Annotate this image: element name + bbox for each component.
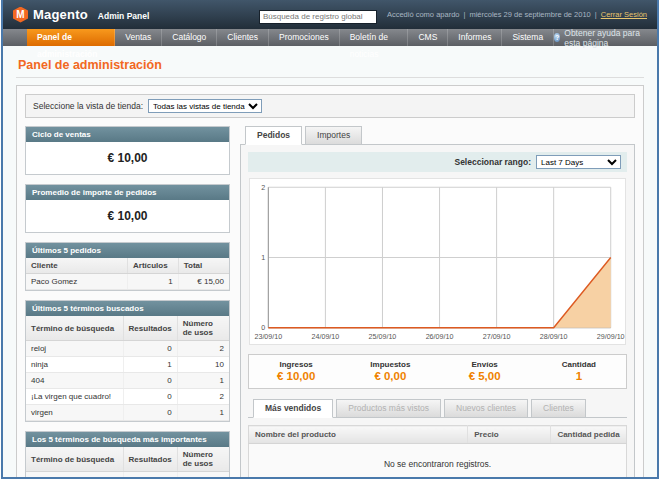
store-view-switcher: Seleccione la vista de tienda: Todas las…: [25, 94, 635, 118]
stat-quantity: Cantidad 1: [532, 360, 626, 382]
cell-term: ¡La virgen que cuadro!: [26, 389, 123, 405]
tab-new-customers[interactable]: Nuevos clientes: [444, 399, 528, 418]
global-search-input[interactable]: [259, 10, 377, 24]
cell-uses: 2: [177, 341, 229, 357]
col-header: Número de usos: [177, 447, 229, 472]
nav-item-customers[interactable]: Clientes: [217, 29, 269, 46]
col-header: Término de búsqueda: [26, 316, 123, 341]
brand-subtitle: Admin Panel: [98, 11, 149, 21]
content-area: Panel de administración Seleccione la vi…: [3, 46, 657, 479]
stat-label: Ingresos: [249, 360, 343, 369]
brand-name: Magento: [33, 7, 88, 22]
diagram-panel: Seleccionar rango: Last 7 Days 01223/09/…: [240, 145, 635, 479]
last-search-terms-title: Últimos 5 términos buscados: [26, 301, 229, 316]
nav-item-promotions[interactable]: Promociones: [269, 29, 340, 46]
stat-value: € 10,00: [249, 370, 343, 382]
stat-revenue: Ingresos € 10,00: [249, 360, 343, 382]
store-view-select[interactable]: Todas las vistas de tienda: [148, 99, 262, 113]
session-info: Accedió como apardo | miércoles 29 de se…: [387, 10, 647, 19]
stat-label: Envíos: [438, 360, 532, 369]
empty-records-message: No se encontraron registros.: [249, 444, 627, 479]
nav-item-reports[interactable]: Informes: [448, 29, 502, 46]
nav-item-catalog[interactable]: Catálogo: [162, 29, 217, 46]
nav-item-dashboard[interactable]: Panel de administración: [27, 29, 115, 46]
tab-amounts[interactable]: Importes: [305, 126, 362, 145]
svg-text:28/09/10: 28/09/10: [540, 333, 568, 341]
stat-label: Cantidad: [532, 360, 626, 369]
nav-item-cms[interactable]: CMS: [408, 29, 448, 46]
col-header: Total: [178, 258, 229, 274]
stat-value: € 5,00: [438, 370, 532, 382]
help-link[interactable]: ? Obtener ayuda para esta página: [554, 29, 657, 46]
bestsellers-table: Nombre del producto Precio Cantidad pedi…: [248, 425, 627, 479]
tab-bestsellers[interactable]: Más vendidos: [253, 399, 333, 418]
tab-orders[interactable]: Pedidos: [245, 126, 302, 145]
col-header: Resultados: [123, 447, 177, 472]
nav-item-sales[interactable]: Ventas: [115, 29, 162, 46]
nav-item-system[interactable]: Sistema: [502, 29, 554, 46]
orders-chart: 01223/09/1024/09/1025/09/1026/09/1027/09…: [250, 179, 625, 344]
logged-in-as: Accedió como apardo: [387, 10, 460, 19]
average-orders-box: Promedio de importe de pedidos € 10,00: [25, 184, 230, 233]
range-select[interactable]: Last 7 Days: [536, 155, 621, 169]
cell-term: virgen: [26, 405, 123, 421]
svg-text:24/09/10: 24/09/10: [312, 333, 340, 341]
dashboard-main: Pedidos Importes Seleccionar rango: Last…: [240, 126, 635, 479]
header-bar: M Magento Admin Panel Accedió como apard…: [3, 0, 657, 29]
magento-admin-window: M Magento Admin Panel Accedió como apard…: [1, 0, 659, 479]
table-row[interactable]: ¡La virgen que cuadro!02: [26, 389, 229, 405]
lifetime-sales-box: Ciclo de ventas € 10,00: [25, 126, 230, 175]
table-row[interactable]: reloj02: [26, 341, 229, 357]
help-label: Obtener ayuda para esta página: [564, 28, 647, 48]
cell-term: 404: [26, 373, 123, 389]
cell-results: 1: [123, 357, 177, 373]
table-row[interactable]: ninja110: [26, 472, 229, 480]
range-toolbar: Seleccionar rango: Last 7 Days: [248, 152, 627, 172]
col-header: Término de búsqueda: [26, 447, 123, 472]
lifetime-sales-value: € 10,00: [26, 142, 229, 174]
table-row[interactable]: ninja110: [26, 357, 229, 373]
cell-term: ninja: [26, 357, 123, 373]
col-header: Resultados: [123, 316, 177, 341]
cell-total: € 15,00: [178, 274, 229, 290]
cell-results: 0: [123, 405, 177, 421]
cell-term: ninja: [26, 472, 123, 480]
range-label: Seleccionar rango:: [454, 157, 531, 167]
col-header-price: Precio: [468, 426, 551, 444]
current-date: miércoles 29 de septiembre de 2010: [469, 10, 590, 19]
svg-text:0: 0: [261, 324, 265, 332]
cell-results: 0: [123, 341, 177, 357]
store-view-label: Seleccione la vista de tienda:: [33, 101, 143, 111]
help-globe-icon: ?: [554, 33, 560, 42]
lifetime-sales-title: Ciclo de ventas: [26, 127, 229, 142]
global-search: [259, 5, 377, 24]
tab-customers[interactable]: Clientes: [531, 399, 586, 418]
main-nav: Panel de administración Ventas Catálogo …: [3, 29, 657, 46]
table-row[interactable]: Paco Gomez 1 € 15,00: [26, 274, 229, 290]
table-row[interactable]: virgen01: [26, 405, 229, 421]
logout-link[interactable]: Cerrar Sesión: [601, 10, 647, 19]
svg-text:25/09/10: 25/09/10: [369, 333, 397, 341]
diagram-tabs: Pedidos Importes: [240, 126, 635, 145]
cell-results: 0: [123, 373, 177, 389]
cell-items: 1: [128, 274, 179, 290]
last-search-terms-box: Últimos 5 términos buscados Término de b…: [25, 300, 230, 422]
last-orders-title: Últimos 5 pedidos: [26, 243, 229, 258]
top-search-terms-box: Los 5 términos de búsqueda más important…: [25, 431, 230, 479]
cell-customer: Paco Gomez: [26, 274, 128, 290]
orders-chart-container: 01223/09/1024/09/1025/09/1026/09/1027/09…: [249, 178, 626, 345]
col-header: Artículos: [128, 258, 179, 274]
cell-uses: 1: [177, 373, 229, 389]
tab-most-viewed[interactable]: Productos más vistos: [336, 399, 441, 418]
page-title: Panel de administración: [16, 54, 644, 78]
col-header-product: Nombre del producto: [249, 426, 468, 444]
cell-results: 0: [123, 389, 177, 405]
nav-item-newsletter[interactable]: Boletín de noticias: [340, 29, 409, 46]
col-header: Número de usos: [177, 316, 229, 341]
cell-uses: 10: [177, 472, 229, 480]
stat-shipping: Envíos € 5,00: [438, 360, 532, 382]
top-search-terms-title: Los 5 términos de búsqueda más important…: [26, 432, 229, 447]
table-row[interactable]: 40401: [26, 373, 229, 389]
svg-text:1: 1: [261, 254, 265, 262]
cell-uses: 1: [177, 405, 229, 421]
